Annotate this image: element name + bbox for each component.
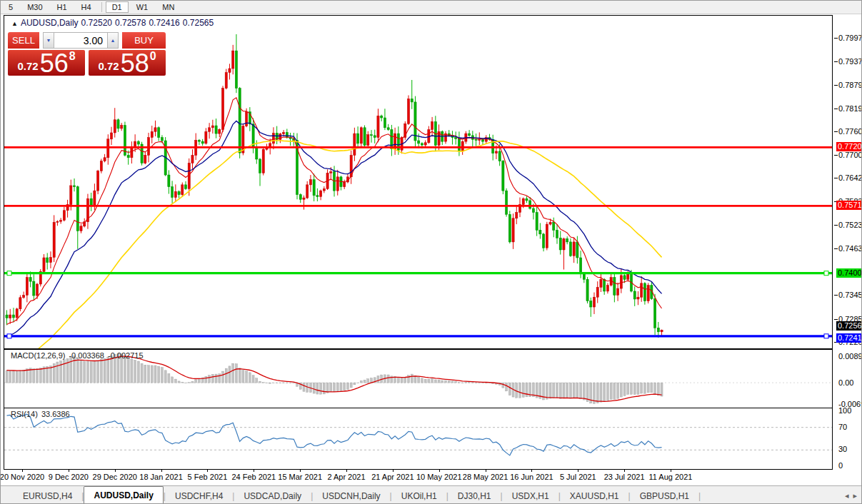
price-tick-label: 0.73450 — [838, 291, 862, 299]
macd-bar — [100, 359, 102, 383]
macd-bar — [461, 383, 463, 383]
sell-price-panel[interactable]: 0.72 56 8 — [8, 50, 85, 76]
date-label: 21 Apr 2021 — [371, 473, 414, 481]
macd-bar — [458, 383, 460, 383]
indicator-axis-label: 100 — [838, 406, 851, 415]
candle — [407, 96, 409, 125]
macd-bar — [188, 383, 190, 383]
ohlc-high: 0.72578 — [115, 18, 146, 28]
sell-button[interactable]: SELL — [8, 32, 39, 49]
macd-bar — [657, 383, 659, 395]
indicator-axis-label: 0.008903 — [838, 352, 862, 361]
macd-bar — [97, 361, 99, 383]
timeframe-button-mn[interactable]: MN — [156, 1, 181, 13]
macd-bar — [269, 383, 271, 383]
volume-increase-button[interactable]: ▲ — [107, 32, 119, 49]
candle — [12, 308, 14, 322]
line-handle[interactable] — [824, 334, 828, 338]
macd-bar — [468, 382, 471, 383]
macd-bar — [19, 371, 21, 383]
candle — [316, 188, 319, 201]
macd-name: MACD(12,26,9) — [11, 351, 65, 360]
candle — [309, 175, 311, 192]
macd-bar — [573, 383, 575, 398]
macd-bar — [643, 383, 646, 393]
candle — [370, 130, 372, 143]
line-handle[interactable] — [7, 271, 11, 276]
candle — [19, 295, 21, 311]
macd-bar — [431, 378, 433, 383]
candle — [593, 293, 595, 314]
macd-bar — [320, 383, 322, 394]
candle — [586, 277, 588, 303]
timeframe-button-h1[interactable]: H1 — [51, 1, 74, 13]
candle — [512, 213, 514, 249]
rsi-line — [7, 414, 662, 455]
macd-bar — [171, 377, 174, 383]
date-tick-mark — [439, 470, 440, 472]
macd-bar — [549, 383, 551, 398]
date-label: 5 Jul 2021 — [560, 473, 596, 481]
macd-bar — [84, 361, 86, 383]
candle — [97, 170, 99, 194]
macd-bar — [252, 376, 254, 383]
tab-gbpusd-h1[interactable]: GBPUSD,H1 — [631, 488, 698, 504]
macd-bar — [377, 376, 379, 383]
line-handle[interactable] — [7, 334, 11, 338]
timeframe-button-h4[interactable]: H4 — [75, 1, 98, 13]
tab-scroll-left-icon[interactable]: ◂ — [845, 491, 849, 500]
macd-bar — [158, 366, 160, 383]
candle — [590, 298, 592, 317]
tab-dj30-h1[interactable]: DJ30,H1 — [448, 488, 501, 504]
candle — [414, 96, 416, 147]
macd-bar — [478, 383, 481, 383]
tab-usdcad-daily[interactable]: USDCAD,Daily — [234, 488, 311, 504]
macd-bar — [623, 383, 626, 395]
tab-usdchf-h4[interactable]: USDCHF,H4 — [166, 488, 232, 504]
tab-xauusd-h1[interactable]: XAUUSD,H1 — [561, 488, 628, 504]
candle — [121, 123, 123, 131]
tab-audusd-daily[interactable]: AUDUSD,Daily — [84, 486, 163, 504]
timeframe-button-5[interactable]: 5 — [2, 1, 19, 13]
buy-button[interactable]: BUY — [122, 32, 166, 49]
macd-bar — [580, 383, 582, 399]
macd-value-signal: -0.002715 — [108, 351, 144, 360]
macd-bar — [211, 374, 214, 383]
tab-scroll-right-icon[interactable]: ▸ — [853, 491, 857, 500]
timeframe-button-m30[interactable]: M30 — [21, 1, 49, 13]
candle — [33, 274, 35, 300]
volume-decrease-button[interactable]: ▼ — [43, 32, 54, 49]
macd-bar — [346, 383, 349, 390]
macd-bar — [354, 383, 356, 385]
candle — [107, 134, 109, 165]
price-tick-mark — [834, 248, 838, 249]
price-axis: 0.799750.793750.787900.781900.776050.770… — [833, 15, 862, 470]
macd-bar — [76, 358, 79, 383]
line-handle[interactable] — [824, 271, 828, 276]
timeframe-button-d1[interactable]: D1 — [106, 1, 129, 13]
macd-bar — [56, 362, 59, 383]
tab-usdcnh-daily[interactable]: USDCNH,Daily — [313, 488, 389, 504]
macd-bar — [451, 381, 453, 383]
macd-bar — [482, 383, 484, 383]
date-label: 15 Mar 2021 — [278, 473, 322, 481]
macd-bar — [215, 374, 217, 383]
candle — [56, 221, 59, 226]
candle — [46, 253, 49, 269]
candle — [289, 133, 291, 146]
macd-bar — [229, 366, 231, 383]
indicator-axis-label: 0.00 — [838, 378, 853, 387]
candle — [211, 120, 214, 133]
macd-bar — [633, 383, 636, 394]
candle — [144, 151, 146, 164]
buy-price-panel[interactable]: 0.72 58 0 — [89, 50, 166, 76]
collapse-arrow-icon[interactable]: ▲ — [11, 20, 18, 27]
timeframe-button-w1[interactable]: W1 — [130, 1, 155, 13]
tab-usdx-h1[interactable]: USDX,H1 — [503, 488, 558, 504]
date-tick-mark — [115, 470, 116, 472]
tab-eurusd-h4[interactable]: EURUSD,H4 — [14, 488, 81, 504]
macd-bar — [445, 380, 447, 383]
volume-input[interactable] — [54, 32, 107, 49]
date-tick-mark — [300, 470, 301, 472]
tab-ukoil-h1[interactable]: UKOil,H1 — [392, 488, 446, 504]
